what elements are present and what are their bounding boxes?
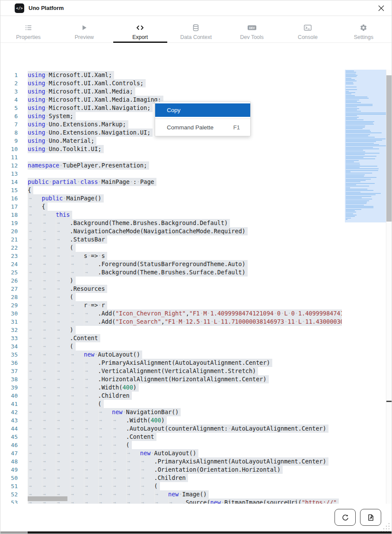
line-number: 22 — [0, 244, 18, 252]
tab-properties[interactable]: Properties — [0, 16, 56, 42]
line-content: →→→→→.VerticalAlignment(VerticalAlignmen… — [28, 367, 258, 375]
close-icon — [378, 5, 385, 12]
refresh-button[interactable] — [335, 509, 356, 526]
line-number: 49 — [0, 466, 18, 474]
minimap-line — [346, 197, 362, 198]
terminal-icon — [303, 23, 312, 32]
tab-dev-tools[interactable]: DEV Dev Tools — [224, 16, 280, 42]
minimap-line — [346, 163, 360, 164]
minimap-line — [346, 218, 351, 219]
line-number: 42 — [0, 408, 18, 416]
line-content: →→→.Resources — [28, 285, 107, 293]
line-content: →→→→→→→→→( — [28, 482, 160, 490]
minimap-line — [346, 205, 364, 206]
minimap-line — [346, 157, 363, 158]
code-line: 30→→→→→.Add("Icon_Chevron_Right","F1·M·1… — [0, 309, 342, 318]
uno-platform-logo-icon: </> — [15, 3, 24, 13]
line-number: 53 — [0, 499, 18, 504]
minimap-line — [346, 117, 359, 118]
minimap-line — [346, 106, 357, 107]
minimap-line — [346, 213, 353, 214]
line-content: →→→) — [28, 277, 76, 285]
minimap-line — [346, 180, 366, 181]
line-content: →→→→new·AutoLayout() — [28, 351, 142, 359]
vertical-scrollbar-thumb[interactable] — [386, 75, 392, 222]
menu-item-command-palette[interactable]: Command Palette F1 — [155, 121, 250, 134]
line-number: 34 — [0, 342, 18, 351]
line-content: →→→→→.HorizontalAlignment(HorizontalAlig… — [28, 375, 269, 383]
line-content: →→→→→.Width(400) — [28, 383, 139, 392]
line-number: 52 — [0, 490, 18, 499]
code-line: 23→→→→s·=>·s — [0, 252, 342, 260]
minimap-line — [346, 134, 370, 135]
code-line: 50→→→→→→→→→.Children — [0, 474, 342, 482]
tab-label: Preview — [75, 34, 94, 40]
minimap-line — [346, 147, 373, 148]
tab-console[interactable]: Console — [280, 16, 335, 42]
minimap[interactable] — [345, 70, 386, 222]
minimap-line — [346, 104, 373, 105]
minimap-line — [346, 132, 382, 133]
minimap-line — [346, 108, 359, 109]
line-content: →→→.Content — [28, 334, 100, 342]
minimap-line — [346, 76, 357, 77]
minimap-line — [346, 111, 361, 112]
minimap-line — [346, 98, 369, 99]
line-content: →→→) — [28, 326, 76, 334]
line-content: →→→.NavigationCacheMode(NavigationCacheM… — [28, 227, 248, 235]
line-number: 23 — [0, 252, 18, 260]
code-brackets-icon — [136, 23, 144, 32]
tab-settings[interactable]: Settings — [336, 16, 392, 42]
minimap-line — [346, 93, 351, 94]
minimap-line — [346, 187, 350, 188]
line-content: →→→→→→→→new·AutoLayout() — [28, 449, 198, 457]
minimap-line — [346, 138, 386, 139]
refresh-icon — [341, 514, 349, 521]
minimap-line — [346, 184, 356, 185]
code-line: 45→→→→→→→.Content — [0, 433, 342, 441]
code-line: 25→→→→→.Background(Theme.Brushes.Surface… — [0, 268, 342, 277]
export-file-button[interactable] — [360, 509, 381, 526]
minimap-line — [346, 113, 386, 113]
line-number: 51 — [0, 482, 18, 490]
line-content: →→→→→→→( — [28, 441, 132, 449]
context-menu: Copy Command Palette F1 — [155, 101, 251, 136]
code-line: 31→→→→→.Add("Icon_Search","F1·M·12.5·11·… — [0, 318, 342, 326]
line-number: 12 — [0, 161, 18, 170]
minimap-line — [346, 190, 373, 191]
minimap-line — [346, 148, 379, 149]
minimap-line — [346, 92, 355, 93]
menu-item-label: Command Palette — [167, 124, 233, 131]
line-content: using·Uno.Material; — [28, 137, 96, 145]
line-number: 41 — [0, 400, 18, 408]
minimap-line — [346, 144, 379, 145]
line-content: →→→.Background(Theme.Brushes.Background.… — [28, 219, 230, 227]
line-content: →→→→→.Add("Icon_Search","F1·M·12.5·11·L·… — [28, 318, 342, 326]
tab-data-context[interactable]: Data Context — [168, 16, 224, 42]
bottom-bar — [28, 531, 392, 534]
tab-export[interactable]: Export — [112, 16, 168, 42]
tab-preview[interactable]: Preview — [56, 16, 112, 42]
minimap-line — [346, 71, 354, 71]
line-number: 2 — [0, 79, 18, 87]
line-content: using·System; — [28, 112, 76, 120]
tab-bar: Properties Preview Export Data Context D… — [0, 16, 392, 43]
minimap-line — [346, 75, 357, 76]
minimap-line — [346, 137, 375, 138]
minimap-line — [346, 102, 361, 103]
bottom-scrollbar-thumb[interactable] — [0, 531, 28, 534]
horizontal-scrollbar-thumb[interactable] — [28, 496, 67, 501]
minimap-line — [346, 183, 375, 184]
minimap-line — [346, 193, 381, 194]
line-content: →→→→→→→→→.PrimaryAxisAlignment(AutoLayou… — [28, 457, 328, 466]
minimap-line — [346, 128, 363, 129]
minimap-line — [346, 177, 376, 178]
menu-item-copy[interactable]: Copy — [155, 103, 250, 117]
minimap-line — [346, 79, 355, 80]
line-content: →→→→→→→→→.Children — [28, 474, 188, 482]
menu-separator — [155, 119, 250, 119]
code-line: 35→→→→new·AutoLayout() — [0, 351, 342, 359]
close-button[interactable] — [375, 2, 387, 14]
code-line: 49→→→→→→→→→.Orientation(Orientation.Hori… — [0, 466, 342, 474]
line-number: 38 — [0, 375, 18, 383]
